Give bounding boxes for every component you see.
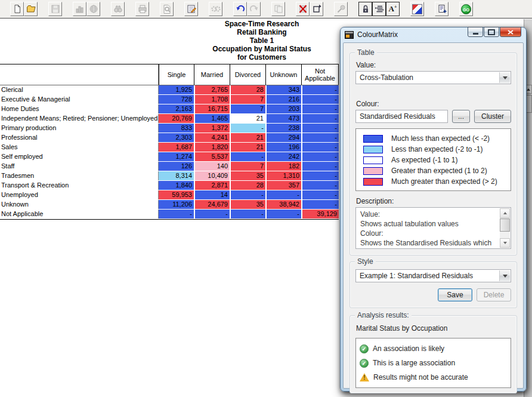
row-header[interactable]: Not Applicable: [0, 210, 159, 218]
data-cell[interactable]: 14: [194, 190, 230, 199]
data-cell[interactable]: -: [301, 171, 339, 180]
data-cell[interactable]: 242: [265, 152, 301, 161]
data-cell[interactable]: 1,925: [159, 85, 194, 94]
data-cell[interactable]: 8,314: [159, 171, 194, 180]
data-cell[interactable]: 21: [230, 114, 265, 123]
data-cell[interactable]: 728: [159, 95, 194, 104]
data-cell[interactable]: -: [159, 210, 194, 218]
maximize-button[interactable]: [484, 27, 499, 37]
data-cell[interactable]: 294: [265, 133, 301, 142]
colour-matrix-button[interactable]: [410, 2, 424, 16]
data-cell[interactable]: 39,129: [301, 210, 339, 218]
data-cell[interactable]: 7: [230, 104, 265, 113]
data-cell[interactable]: -: [301, 95, 339, 104]
data-cell[interactable]: -: [265, 190, 301, 199]
column-header-unknown[interactable]: Unknown: [265, 64, 301, 85]
style-dropdown[interactable]: Example 1: Standardised Residuals: [355, 269, 511, 282]
data-cell[interactable]: -: [230, 190, 265, 199]
row-header[interactable]: Home Duties: [0, 104, 159, 113]
data-cell[interactable]: 11,206: [159, 200, 194, 209]
data-cell[interactable]: -: [230, 210, 265, 218]
row-header[interactable]: Professional: [0, 133, 159, 142]
cluster-button[interactable]: Cluster: [474, 110, 511, 123]
lock-button[interactable]: [358, 2, 372, 16]
data-cell[interactable]: 7: [230, 95, 265, 104]
data-cell[interactable]: 2,163: [159, 104, 194, 113]
data-cell[interactable]: 238: [265, 124, 301, 133]
save-button[interactable]: Save: [438, 288, 472, 301]
column-header-single[interactable]: Single: [159, 64, 194, 85]
row-header[interactable]: Staff: [0, 162, 159, 171]
scroll-down-button[interactable]: [500, 238, 510, 248]
data-cell[interactable]: -: [301, 133, 339, 142]
row-header[interactable]: Unknown: [0, 200, 159, 209]
minimize-button[interactable]: [468, 27, 483, 37]
row-header[interactable]: Primary production: [0, 124, 159, 133]
font-size-button[interactable]: A+: [386, 2, 400, 16]
data-cell[interactable]: 38,942: [265, 200, 301, 209]
swap-rotate-button[interactable]: [310, 2, 323, 16]
data-cell[interactable]: 196: [265, 143, 301, 152]
data-cell[interactable]: 1,708: [194, 95, 230, 104]
data-cell[interactable]: 1,372: [194, 124, 230, 133]
edit-annotations-button[interactable]: [184, 2, 198, 16]
data-cell[interactable]: -: [301, 181, 339, 190]
browse-button[interactable]: ...: [452, 110, 470, 123]
row-header[interactable]: Unemployed: [0, 190, 159, 199]
open-file-button[interactable]: [24, 2, 38, 16]
data-cell[interactable]: -: [265, 210, 301, 218]
scrollbar-thumb[interactable]: [500, 218, 510, 232]
new-table-button[interactable]: [10, 2, 24, 16]
close-button[interactable]: [500, 27, 521, 37]
dialog-titlebar[interactable]: ColourMatrix: [341, 27, 526, 42]
data-cell[interactable]: 16,715: [194, 104, 230, 113]
data-cell[interactable]: 24,679: [194, 200, 230, 209]
undo-button[interactable]: [233, 2, 247, 16]
description-box[interactable]: Value:Shows actual tabulation valuesColo…: [355, 207, 511, 249]
row-header[interactable]: Clerical: [0, 85, 159, 94]
data-cell[interactable]: 35: [230, 200, 265, 209]
description-scrollbar[interactable]: [500, 208, 510, 248]
row-header[interactable]: Tradesmen: [0, 171, 159, 180]
data-cell[interactable]: -: [230, 152, 265, 161]
data-cell[interactable]: -: [301, 124, 339, 133]
column-header-divorced[interactable]: Divorced: [230, 64, 265, 85]
data-cell[interactable]: -: [301, 152, 339, 161]
data-cell[interactable]: 4,241: [194, 133, 230, 142]
data-cell[interactable]: -: [301, 143, 339, 152]
data-cell[interactable]: 216: [265, 95, 301, 104]
scroll-up-button[interactable]: [500, 208, 510, 218]
data-cell[interactable]: 35: [230, 171, 265, 180]
row-header[interactable]: Sales: [0, 143, 159, 152]
data-cell[interactable]: 1,820: [194, 143, 230, 152]
data-cell[interactable]: -: [301, 190, 339, 199]
column-header-not-applicable[interactable]: Not Applicable: [301, 64, 339, 85]
data-cell[interactable]: -: [301, 104, 339, 113]
row-header[interactable]: Executive & Managerial: [0, 95, 159, 104]
data-cell[interactable]: -: [301, 200, 339, 209]
colour-field[interactable]: Standardised Residuals: [355, 110, 448, 123]
data-cell[interactable]: 10,409: [194, 171, 230, 180]
data-cell[interactable]: 28: [230, 85, 265, 94]
row-header[interactable]: Self employed: [0, 152, 159, 161]
remove-item-button[interactable]: [296, 2, 310, 16]
data-cell[interactable]: 2,871: [194, 181, 230, 190]
data-cell[interactable]: 126: [159, 162, 194, 171]
data-cell[interactable]: -: [230, 124, 265, 133]
data-cell[interactable]: 21: [230, 143, 265, 152]
data-cell[interactable]: 343: [265, 85, 301, 94]
data-cell[interactable]: 140: [194, 162, 230, 171]
data-cell[interactable]: -: [301, 114, 339, 123]
data-cell[interactable]: 28: [230, 181, 265, 190]
data-cell[interactable]: 5,537: [194, 152, 230, 161]
data-cell[interactable]: 21: [230, 133, 265, 142]
data-cell[interactable]: 1,687: [159, 143, 194, 152]
data-cell[interactable]: -: [301, 162, 339, 171]
data-cell[interactable]: 1,840: [159, 181, 194, 190]
data-cell[interactable]: 1,310: [265, 171, 301, 180]
row-header[interactable]: Independent Means; Retired; Pensioner; U…: [0, 114, 159, 123]
data-cell[interactable]: 2,303: [159, 133, 194, 142]
value-dropdown[interactable]: Cross-Tabulation: [355, 71, 511, 84]
data-cell[interactable]: 20,769: [159, 114, 194, 123]
data-cell[interactable]: 7: [230, 162, 265, 171]
